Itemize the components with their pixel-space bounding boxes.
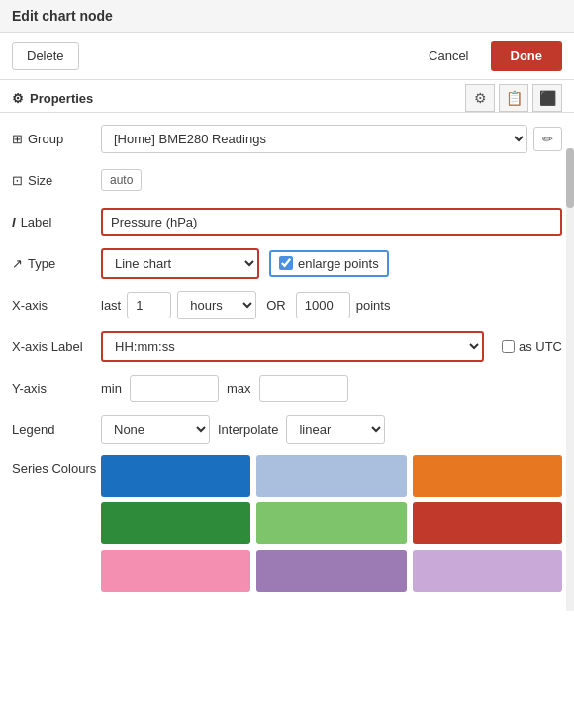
tab-bar: ⚙ Properties ⚙ 📋 ⬛	[0, 80, 574, 113]
label-icon: I	[12, 215, 16, 229]
interpolate-label: Interpolate	[218, 422, 278, 437]
xaxis-field-row: X-axis last hours minutes seconds days O…	[12, 289, 562, 320]
legend-label: Legend	[12, 422, 101, 437]
xlabel-row: HH:mm:ss HH:mm HH DD HH:mm as UTC	[101, 331, 562, 362]
xaxis-label-select[interactable]: HH:mm:ss HH:mm HH DD HH:mm	[101, 331, 484, 362]
label-input[interactable]	[101, 208, 562, 236]
size-field-row: ⊡ Size auto	[12, 164, 562, 196]
type-label: ↗ Type	[12, 256, 101, 271]
size-badge: auto	[101, 169, 142, 191]
colour-swatch-2[interactable]	[413, 455, 562, 497]
page-title: Edit chart node	[12, 8, 113, 24]
scrollbar-track	[566, 148, 574, 611]
xaxis-points-input[interactable]	[296, 292, 350, 318]
delete-button[interactable]: Delete	[12, 42, 79, 70]
points-text: points	[356, 298, 391, 313]
yaxis-row: min max	[101, 375, 562, 402]
colour-swatch-1[interactable]	[256, 455, 406, 497]
colour-swatch-5[interactable]	[413, 502, 562, 544]
colour-swatch-6[interactable]	[101, 550, 250, 592]
settings-icon-button[interactable]: ⚙	[465, 84, 495, 112]
legend-select[interactable]: None Top Bottom Left Right	[101, 415, 210, 444]
or-text: OR	[266, 298, 286, 313]
yaxis-max-input[interactable]	[259, 375, 348, 402]
as-utc-label: as UTC	[519, 339, 562, 354]
document-icon-button[interactable]: 📋	[499, 84, 528, 112]
size-icon: ⊡	[12, 173, 23, 188]
cancel-button[interactable]: Cancel	[415, 43, 482, 69]
gear-icon: ⚙	[12, 91, 24, 106]
as-utc-checkbox[interactable]	[502, 340, 515, 353]
group-field-row: ⊞ Group [Home] BME280 Readings ✏	[12, 123, 562, 154]
label-label: I Label	[12, 215, 101, 229]
type-row: Line chart Bar chart enlarge points	[101, 248, 562, 279]
chart-type-select[interactable]: Line chart Bar chart	[101, 248, 259, 279]
colour-swatch-3[interactable]	[101, 502, 250, 544]
scrollbar-thumb[interactable]	[566, 148, 574, 208]
yaxis-max-label: max	[227, 381, 251, 396]
type-icon: ↗	[12, 256, 23, 271]
title-bar: Edit chart node	[0, 0, 574, 33]
colour-swatch-8[interactable]	[413, 550, 562, 592]
colour-swatch-4[interactable]	[256, 502, 406, 544]
properties-tab-label: Properties	[30, 91, 93, 106]
xaxis-label: X-axis	[12, 298, 101, 313]
colour-grid	[101, 455, 562, 592]
label-field-row: I Label	[12, 206, 562, 237]
xaxis-hours-select[interactable]: hours minutes seconds days	[177, 291, 256, 319]
yaxis-min-input[interactable]	[130, 375, 219, 402]
xaxis-last-text: last	[101, 298, 121, 313]
interpolate-select[interactable]: linear step step-before step-after bezie…	[286, 415, 385, 444]
properties-tab[interactable]: ⚙ Properties	[12, 85, 93, 112]
colour-swatch-7[interactable]	[256, 550, 406, 592]
yaxis-min-label: min	[101, 381, 122, 396]
colour-swatch-0[interactable]	[101, 455, 250, 497]
group-select[interactable]: [Home] BME280 Readings	[101, 125, 527, 153]
group-icon: ⊞	[12, 132, 23, 146]
legend-row: None Top Bottom Left Right Interpolate l…	[101, 415, 562, 444]
enlarge-group: enlarge points	[269, 250, 389, 277]
enlarge-points-label: enlarge points	[298, 256, 379, 271]
layout-icon-button[interactable]: ⬛	[532, 84, 562, 112]
yaxis-label: Y-axis	[12, 381, 101, 396]
utc-group: as UTC	[502, 339, 562, 354]
xaxis-label-field-row: X-axis Label HH:mm:ss HH:mm HH DD HH:mm …	[12, 330, 562, 362]
yaxis-field-row: Y-axis min max	[12, 372, 562, 404]
xaxis-last-input[interactable]	[127, 292, 171, 318]
xaxis-label-label: X-axis Label	[12, 339, 101, 354]
content-area: ⊞ Group [Home] BME280 Readings ✏ ⊡ Size …	[0, 113, 574, 611]
done-button[interactable]: Done	[491, 41, 563, 71]
tab-icons: ⚙ 📋 ⬛	[465, 84, 562, 112]
group-label: ⊞ Group	[12, 132, 101, 146]
group-select-wrapper: [Home] BME280 Readings ✏	[101, 125, 562, 153]
xaxis-row: last hours minutes seconds days OR point…	[101, 291, 562, 319]
series-colours-label: Series Colours	[12, 455, 101, 476]
enlarge-points-checkbox[interactable]	[279, 256, 293, 270]
size-label: ⊡ Size	[12, 173, 101, 188]
top-bar: Delete Cancel Done	[0, 33, 574, 80]
type-field-row: ↗ Type Line chart Bar chart enlarge poin…	[12, 247, 562, 279]
group-edit-button[interactable]: ✏	[533, 127, 562, 151]
legend-field-row: Legend None Top Bottom Left Right Interp…	[12, 413, 562, 445]
series-colours-row: Series Colours	[12, 455, 562, 592]
